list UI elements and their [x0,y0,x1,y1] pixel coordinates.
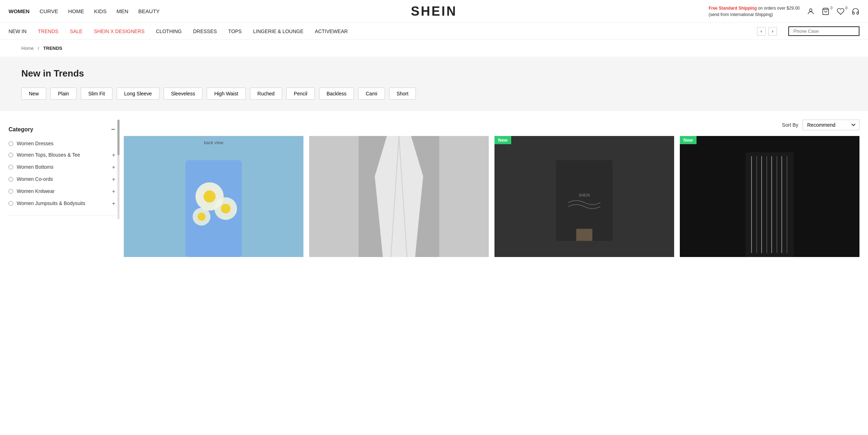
subnav-activewear[interactable]: ACTIVEWEAR [315,28,348,34]
sort-select[interactable]: RecommendNew ArrivalsPrice: Low to HighP… [803,120,859,130]
subnav-trends[interactable]: TRENDS [38,28,59,34]
filter-tag-pencil[interactable]: Pencil [286,88,315,100]
nav-scroll-left[interactable]: ‹ [757,27,766,36]
product-card-1[interactable]: back view [124,136,303,257]
top-nav-right: Free Standard Shipping on orders over $2… [709,5,859,18]
svg-text:SHEIN: SHEIN [579,193,590,197]
category-item-women-bottoms[interactable]: Women Bottoms+ [9,161,115,173]
category-expand-women-knitwear[interactable]: + [112,188,115,195]
nav-kids[interactable]: KIDS [94,8,106,14]
subnav-sale[interactable]: SALE [70,28,83,34]
category-radio-women-jumpsuits[interactable] [9,201,13,206]
product-image-4: New [680,136,859,257]
sidebar-wrapper: Category − Women DressesWomen Tops, Blou… [9,120,115,216]
product-grid: back view SHEIN New New [124,136,859,257]
filter-tag-backless[interactable]: Backless [319,88,354,100]
subnav-dresses[interactable]: DRESSES [193,28,217,34]
category-item-women-coords[interactable]: Women Co-ords+ [9,173,115,185]
category-list: Women DressesWomen Tops, Blouses & Tee+W… [9,138,115,210]
filter-tag-sleeveless[interactable]: Sleeveless [164,88,203,100]
category-radio-women-coords[interactable] [9,177,13,182]
category-label-women-jumpsuits: Women Jumpsuits & Bodysuits [17,200,108,206]
top-nav-links: WOMEN CURVE HOME KIDS MEN BEAUTY [9,8,160,14]
category-section: Category − Women DressesWomen Tops, Blou… [9,120,115,216]
category-expand-women-tops[interactable]: + [112,152,115,158]
product-image-1: back view [124,136,303,257]
site-logo[interactable]: SHEIN [411,4,457,19]
filter-tag-new[interactable]: New [21,88,46,100]
search-input[interactable] [788,26,859,36]
category-radio-women-bottoms[interactable] [9,165,13,169]
product-image-2 [309,136,489,257]
svg-point-9 [197,213,206,221]
svg-marker-12 [375,136,423,257]
shipping-info: Free Standard Shipping on orders over $2… [709,5,800,18]
category-expand-women-jumpsuits[interactable]: + [112,200,115,207]
nav-curve[interactable]: CURVE [39,8,58,14]
nav-men[interactable]: MEN [116,8,128,14]
cart-count: 0 [830,6,832,10]
sidebar: Category − Women DressesWomen Tops, Blou… [9,120,115,257]
filter-tag-ruched[interactable]: Ruched [250,88,282,100]
sort-label: Sort By [782,122,798,128]
cart-button[interactable]: 0 [822,7,830,15]
category-expand-women-bottoms[interactable]: + [112,164,115,171]
filter-tags: NewPlainSlim FitLong SleeveSleevelessHig… [21,88,847,100]
category-label-women-bottoms: Women Bottoms [17,164,108,170]
svg-rect-18 [576,229,592,241]
shipping-sub: (send from International Shipping) [709,12,773,17]
product-card-2[interactable] [309,136,489,257]
svg-point-0 [809,9,812,11]
product-card-3[interactable]: SHEIN New [494,136,674,257]
filter-tag-short[interactable]: Short [389,88,416,100]
filter-tag-high-waist[interactable]: High Waist [207,88,245,100]
breadcrumb-home[interactable]: Home [21,46,34,51]
product-card-4[interactable]: New [680,136,859,257]
shipping-highlight: Free Standard Shipping [709,6,757,11]
subnav-tops[interactable]: TOPS [228,28,242,34]
subnav-lingerie-lounge[interactable]: LINGERIE & LOUNGE [253,28,303,34]
category-radio-women-tops[interactable] [9,153,13,157]
wishlist-count: 0 [845,6,847,10]
subnav-clothing[interactable]: CLOTHING [156,28,181,34]
svg-text:back view: back view [204,140,224,145]
sidebar-scrollbar[interactable] [117,120,120,219]
nav-home[interactable]: HOME [68,8,84,14]
category-item-women-tops[interactable]: Women Tops, Blouses & Tee+ [9,149,115,161]
filter-tag-cami[interactable]: Cami [358,88,385,100]
nav-beauty[interactable]: BEAUTY [138,8,160,14]
svg-point-5 [203,190,216,203]
product-badge-3: New [494,136,511,144]
product-image-3: SHEIN New [494,136,674,257]
category-item-women-knitwear[interactable]: Women Knitwear+ [9,185,115,198]
nav-women[interactable]: WOMEN [9,8,30,14]
category-label-women-dresses: Women Dresses [17,141,115,146]
sidebar-scrollbar-thumb [117,120,120,155]
second-navigation: NEW IN TRENDS SALE SHEIN X DESIGNERS CLO… [0,23,868,40]
category-title: Category [9,126,33,133]
nav-scroll-right[interactable]: › [768,27,777,36]
wishlist-button[interactable]: 0 [837,7,845,15]
account-button[interactable] [807,7,815,15]
category-item-women-jumpsuits[interactable]: Women Jumpsuits & Bodysuits+ [9,198,115,210]
filter-tag-plain[interactable]: Plain [51,88,76,100]
category-radio-women-dresses[interactable] [9,141,13,146]
category-item-women-dresses[interactable]: Women Dresses [9,138,115,149]
product-area: Sort By RecommendNew ArrivalsPrice: Low … [124,120,859,257]
filter-tag-slim-fit[interactable]: Slim Fit [81,88,112,100]
main-content: Category − Women DressesWomen Tops, Blou… [0,120,868,257]
category-expand-women-coords[interactable]: + [112,176,115,183]
category-collapse-button[interactable]: − [111,125,115,133]
subnav-shein-x-designers[interactable]: SHEIN X DESIGNERS [94,28,144,34]
category-label-women-knitwear: Women Knitwear [17,188,108,194]
nav-scroll-arrows: ‹ › [757,27,777,36]
headphones-button[interactable] [852,7,859,15]
breadcrumb-current: TRENDS [43,46,62,51]
category-radio-women-knitwear[interactable] [9,189,13,194]
top-navigation: WOMEN CURVE HOME KIDS MEN BEAUTY SHEIN F… [0,0,868,23]
filter-tag-long-sleeve[interactable]: Long Sleeve [117,88,159,100]
category-label-women-coords: Women Co-ords [17,176,108,182]
svg-rect-16 [556,160,613,241]
shipping-rest: on orders over $29.00 [757,6,800,11]
subnav-new-in[interactable]: NEW IN [9,28,27,34]
